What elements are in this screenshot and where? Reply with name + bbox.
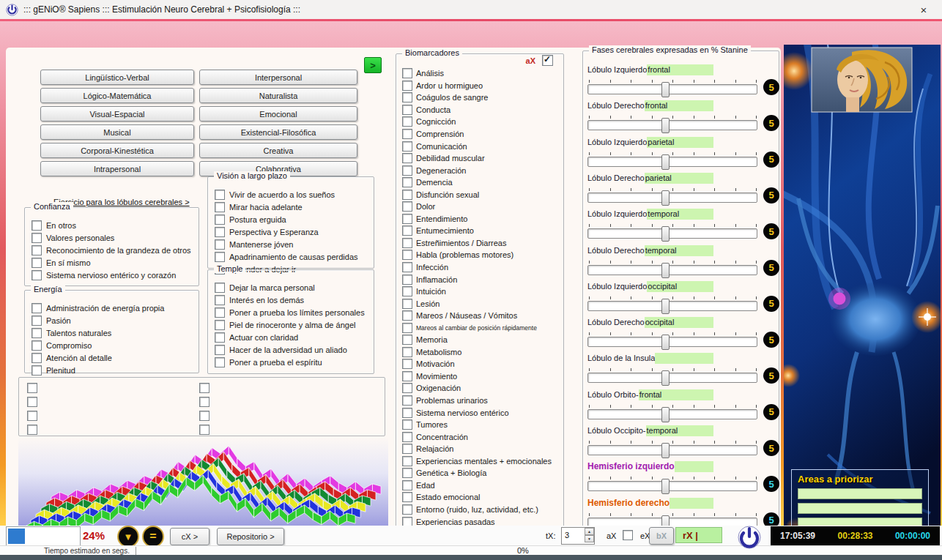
checkbox[interactable] <box>402 468 412 478</box>
checkbox[interactable] <box>402 444 412 454</box>
checkbox[interactable] <box>31 316 42 326</box>
slider-track[interactable] <box>587 445 757 455</box>
checkbox[interactable] <box>31 365 42 376</box>
slider-track[interactable] <box>587 193 757 203</box>
checkbox[interactable] <box>27 383 37 393</box>
checkbox[interactable] <box>402 190 412 200</box>
checkbox[interactable] <box>199 397 209 407</box>
checkbox[interactable] <box>402 68 412 78</box>
checkbox[interactable] <box>402 116 412 127</box>
checkbox[interactable] <box>402 141 412 152</box>
checkbox[interactable] <box>402 383 412 393</box>
checkbox[interactable] <box>402 504 412 515</box>
intelligence-button[interactable]: Lógico-Matemática <box>40 88 194 103</box>
checkbox[interactable] <box>215 345 225 355</box>
checkbox[interactable] <box>402 275 412 285</box>
slider-track[interactable] <box>587 373 757 383</box>
checkbox[interactable] <box>402 201 412 212</box>
checkbox[interactable] <box>402 262 412 272</box>
checkbox[interactable] <box>215 357 225 367</box>
slider-track[interactable] <box>587 301 757 311</box>
intelligence-button[interactable]: Naturalista <box>199 88 357 103</box>
intelligence-button[interactable]: Corporal-Kinestética <box>40 143 194 158</box>
cx-button[interactable]: cX > <box>170 528 209 545</box>
checkbox[interactable] <box>402 299 412 309</box>
checkbox[interactable] <box>215 239 225 250</box>
checkbox[interactable] <box>31 270 42 280</box>
checkbox[interactable] <box>402 335 412 345</box>
checkbox[interactable] <box>215 283 225 293</box>
checkbox[interactable] <box>31 340 42 351</box>
checkbox[interactable] <box>402 153 412 163</box>
power-button-icon[interactable] <box>737 525 762 550</box>
checkbox[interactable] <box>402 371 412 381</box>
checkbox[interactable] <box>27 397 37 407</box>
intelligence-button[interactable]: Creativa <box>199 143 357 158</box>
checkbox[interactable] <box>402 323 412 333</box>
checkbox[interactable] <box>31 258 42 268</box>
intelligence-button[interactable]: Existencial-Filosófica <box>199 124 357 140</box>
tx-spinner[interactable]: 3 ▲▼ <box>561 527 595 545</box>
close-icon[interactable]: × <box>911 0 936 19</box>
slider-track[interactable] <box>587 84 757 94</box>
intelligence-button[interactable]: Musical <box>40 124 194 140</box>
checkbox[interactable] <box>27 425 37 435</box>
slider-thumb[interactable] <box>661 479 670 494</box>
ax-checkbox[interactable] <box>623 530 633 540</box>
slider-thumb[interactable] <box>661 263 670 278</box>
slider-track[interactable] <box>587 409 757 419</box>
checkbox[interactable] <box>402 225 412 236</box>
intelligence-button[interactable]: Emocional <box>199 106 357 122</box>
checkbox[interactable] <box>199 411 209 421</box>
checkbox[interactable] <box>215 307 225 318</box>
checkbox[interactable] <box>31 328 42 338</box>
slider-thumb[interactable] <box>661 226 670 242</box>
checkbox[interactable] <box>215 295 225 305</box>
slider-track[interactable] <box>587 481 757 491</box>
checkbox[interactable] <box>31 233 42 243</box>
checkbox[interactable] <box>215 252 225 262</box>
checkbox[interactable] <box>402 238 412 248</box>
slider-thumb[interactable] <box>661 370 670 386</box>
checkbox[interactable] <box>402 347 412 357</box>
checkbox[interactable] <box>402 92 412 102</box>
slider-thumb[interactable] <box>661 299 670 314</box>
spinner-arrows[interactable]: ▲▼ <box>585 528 594 542</box>
checkbox[interactable] <box>402 81 412 91</box>
checkbox[interactable] <box>402 250 412 260</box>
checkbox[interactable] <box>402 129 412 139</box>
slider-thumb[interactable] <box>661 190 670 206</box>
checkbox[interactable] <box>199 383 209 393</box>
slider-track[interactable] <box>587 157 757 167</box>
slider-thumb[interactable] <box>661 407 670 422</box>
slider-track[interactable] <box>587 228 757 239</box>
checkbox[interactable] <box>402 456 412 466</box>
go-button[interactable]: > <box>364 57 382 73</box>
intelligence-button[interactable]: Lingüístico-Verbal <box>40 70 194 85</box>
down-arrow-button[interactable]: ▼ <box>117 526 139 548</box>
slider-thumb[interactable] <box>661 82 670 97</box>
checkbox[interactable] <box>402 408 412 418</box>
checkbox[interactable] <box>31 353 42 363</box>
slider-thumb[interactable] <box>661 335 670 350</box>
checkbox[interactable] <box>27 411 37 421</box>
intelligence-button[interactable]: Intrapersonal <box>40 161 194 176</box>
intelligence-button[interactable]: Interpersonal <box>199 70 357 85</box>
checkbox[interactable] <box>402 310 412 321</box>
checkbox[interactable] <box>402 395 412 406</box>
checkbox[interactable] <box>402 359 412 369</box>
checkbox[interactable] <box>215 320 225 330</box>
checkbox[interactable] <box>402 177 412 187</box>
checkbox[interactable] <box>402 214 412 224</box>
checkbox[interactable] <box>402 105 412 115</box>
slider-thumb[interactable] <box>661 118 670 133</box>
checkbox[interactable] <box>215 202 225 212</box>
checkbox[interactable] <box>215 227 225 237</box>
checkbox[interactable] <box>31 245 42 255</box>
spin-down-icon[interactable]: ▼ <box>585 535 594 542</box>
slider-track[interactable] <box>587 337 757 347</box>
checkbox[interactable] <box>215 332 225 343</box>
checkbox[interactable] <box>199 425 209 435</box>
spin-up-icon[interactable]: ▲ <box>585 528 594 535</box>
slider-track[interactable] <box>587 265 757 275</box>
